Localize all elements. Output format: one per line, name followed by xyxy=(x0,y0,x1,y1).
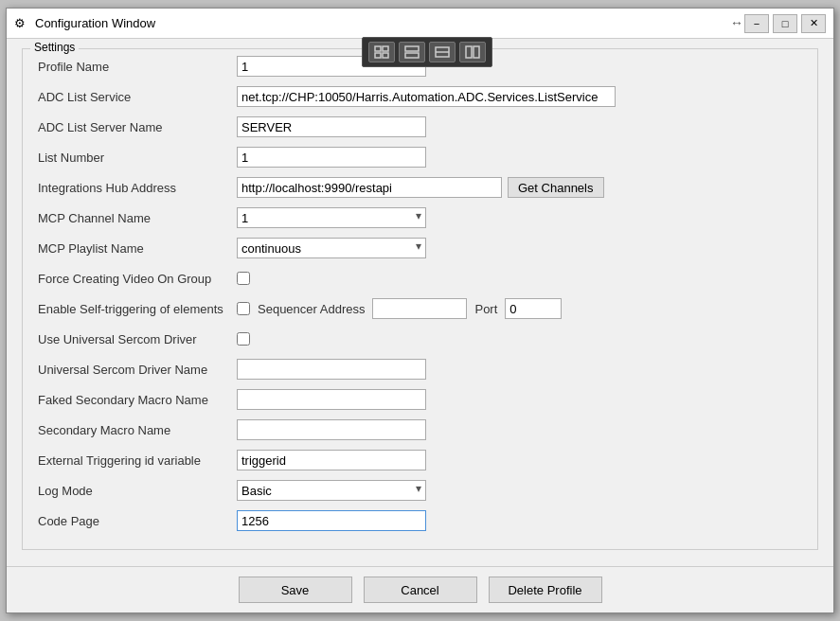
mcp-channel-name-label: MCP Channel Name xyxy=(38,211,237,225)
toolbar-btn-4[interactable] xyxy=(459,42,486,62)
port-input[interactable] xyxy=(505,298,562,319)
faked-secondary-macro-label: Faked Secondary Macro Name xyxy=(38,393,237,407)
toolbar-overlay xyxy=(362,37,492,67)
svg-rect-5 xyxy=(405,53,419,58)
mcp-playlist-name-select[interactable]: continuous xyxy=(237,238,426,258)
svg-rect-3 xyxy=(383,53,388,58)
adc-list-service-input[interactable] xyxy=(237,86,616,107)
sequencer-address-label: Sequencer Address xyxy=(258,302,365,316)
code-page-input[interactable] xyxy=(237,510,426,531)
maximize-button[interactable]: □ xyxy=(773,14,797,33)
title-bar: ⚙ Configuration Window ↔ − □ ✕ xyxy=(7,9,833,39)
svg-rect-8 xyxy=(466,46,472,58)
toolbar-btn-1[interactable] xyxy=(368,42,395,62)
list-number-label: List Number xyxy=(38,151,237,165)
list-number-row: List Number xyxy=(38,146,802,169)
external-triggering-input[interactable] xyxy=(237,450,426,470)
svg-rect-1 xyxy=(383,46,388,51)
window-title: Configuration Window xyxy=(35,16,744,30)
use-universal-sercom-row: Use Universal Sercom Driver xyxy=(38,328,802,350)
window-icon: ⚙ xyxy=(14,16,29,31)
use-universal-sercom-label: Use Universal Sercom Driver xyxy=(38,332,237,346)
integrations-hub-label: Integrations Hub Address xyxy=(38,181,237,195)
adc-list-server-name-input[interactable] xyxy=(237,116,426,137)
code-page-label: Code Page xyxy=(38,514,237,528)
adc-list-service-row: ADC List Service xyxy=(38,85,802,108)
mcp-channel-name-select[interactable]: 1 xyxy=(237,207,426,228)
secondary-macro-label: Secondary Macro Name xyxy=(38,423,237,437)
external-triggering-row: External Triggering id variable xyxy=(38,449,802,471)
title-bar-controls: − □ ✕ xyxy=(744,14,826,33)
mcp-channel-name-select-wrapper: 1 xyxy=(237,207,426,228)
code-page-row: Code Page xyxy=(38,509,802,532)
force-creating-row: Force Creating Video On Group xyxy=(38,267,802,290)
toolbar-btn-3[interactable] xyxy=(429,42,456,62)
secondary-macro-row: Secondary Macro Name xyxy=(38,418,802,441)
sequencer-address-input[interactable] xyxy=(372,298,467,319)
log-mode-label: Log Mode xyxy=(38,484,237,498)
settings-group: Settings Profile Name ADC List Service A… xyxy=(22,48,818,550)
list-number-input[interactable] xyxy=(237,147,426,168)
mcp-playlist-name-label: MCP Playlist Name xyxy=(38,241,237,256)
configuration-window: ⚙ Configuration Window ↔ − □ ✕ xyxy=(6,8,834,613)
delete-profile-button[interactable]: Delete Profile xyxy=(489,577,602,603)
universal-sercom-driver-name-label: Universal Sercom Driver Name xyxy=(38,363,237,377)
integrations-hub-input[interactable] xyxy=(237,177,502,198)
universal-sercom-driver-name-row: Universal Sercom Driver Name xyxy=(38,358,802,381)
log-mode-row: Log Mode Basic Verbose Debug xyxy=(38,479,802,502)
settings-group-label: Settings xyxy=(30,41,79,54)
secondary-macro-input[interactable] xyxy=(237,419,426,440)
get-channels-button[interactable]: Get Channels xyxy=(508,177,604,198)
log-mode-select[interactable]: Basic Verbose Debug xyxy=(237,480,426,501)
force-creating-label: Force Creating Video On Group xyxy=(38,272,237,286)
universal-sercom-driver-name-input[interactable] xyxy=(237,359,426,380)
adc-list-server-name-row: ADC List Server Name xyxy=(38,115,802,138)
external-triggering-label: External Triggering id variable xyxy=(38,453,237,468)
svg-rect-9 xyxy=(474,46,479,58)
enable-self-triggering-checkbox[interactable] xyxy=(237,302,250,315)
mcp-channel-name-row: MCP Channel Name 1 xyxy=(38,206,802,229)
cancel-button[interactable]: Cancel xyxy=(364,577,477,603)
profile-name-label: Profile Name xyxy=(38,60,237,74)
enable-self-triggering-row: Enable Self-triggering of elements Seque… xyxy=(38,297,802,320)
minimize-button[interactable]: − xyxy=(744,14,769,33)
enable-self-triggering-label: Enable Self-triggering of elements xyxy=(38,302,237,316)
close-button[interactable]: ✕ xyxy=(801,14,826,33)
svg-rect-2 xyxy=(375,53,381,58)
use-universal-sercom-checkbox[interactable] xyxy=(237,332,250,346)
faked-secondary-macro-row: Faked Secondary Macro Name xyxy=(38,388,802,411)
mcp-playlist-name-select-wrapper: continuous xyxy=(237,238,426,258)
svg-rect-4 xyxy=(405,46,419,51)
adc-list-service-label: ADC List Service xyxy=(38,90,237,104)
port-label: Port xyxy=(474,302,497,316)
save-button[interactable]: Save xyxy=(239,577,352,603)
content-area: Settings Profile Name ADC List Service A… xyxy=(7,39,833,566)
toolbar-btn-2[interactable] xyxy=(399,42,425,62)
force-creating-checkbox[interactable] xyxy=(237,272,250,285)
svg-rect-0 xyxy=(375,46,381,51)
log-mode-select-wrapper: Basic Verbose Debug xyxy=(237,480,426,501)
faked-secondary-macro-input[interactable] xyxy=(237,389,426,410)
integrations-hub-row: Integrations Hub Address Get Channels xyxy=(38,176,802,199)
bottom-buttons: Save Cancel Delete Profile xyxy=(7,566,833,612)
adc-list-server-name-label: ADC List Server Name xyxy=(38,120,237,134)
resize-icon: ↔ xyxy=(730,15,743,30)
mcp-playlist-name-row: MCP Playlist Name continuous xyxy=(38,237,802,259)
